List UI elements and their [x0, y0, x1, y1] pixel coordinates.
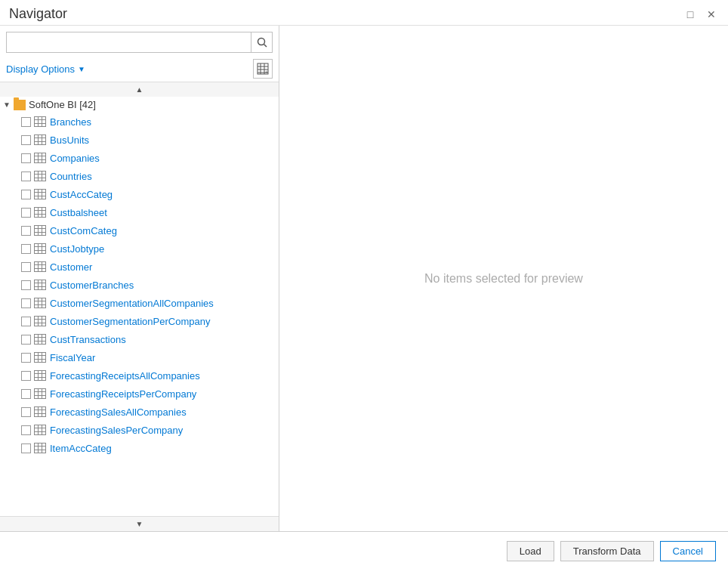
tree-root-item[interactable]: ▼ SoftOne BI [42]	[0, 97, 279, 113]
table-icon	[34, 388, 46, 399]
tree-item[interactable]: ForecastingReceiptsPerCompany	[0, 385, 279, 403]
tree-item-label: CustomerSegmentationPerCompany	[50, 316, 210, 327]
dialog-title: Navigator	[9, 6, 67, 22]
load-button[interactable]: Load	[507, 541, 554, 561]
item-checkbox-forecastsalesallco[interactable]	[21, 407, 31, 417]
table-icon	[34, 207, 46, 218]
table-icon	[34, 171, 46, 181]
table-icon	[34, 370, 46, 381]
svg-text:+: +	[265, 70, 268, 75]
transform-data-button[interactable]: Transform Data	[560, 541, 654, 561]
item-checkbox-busunits[interactable]	[21, 135, 31, 145]
table-icon	[34, 334, 46, 345]
tree-item-label: CustTransactions	[50, 334, 126, 345]
tree-container[interactable]: ▼ SoftOne BI [42] Branches	[0, 97, 279, 516]
main-layout: Display Options ▼ + ▲ ▼	[0, 26, 728, 531]
maximize-button[interactable]: □	[683, 7, 698, 22]
collapse-arrow-icon: ▼	[3, 100, 14, 109]
tree-root-label: SoftOne BI [42]	[29, 99, 96, 110]
item-checkbox-customer[interactable]	[21, 262, 31, 272]
tree-item[interactable]: ForecastingReceiptsAllCompanies	[0, 366, 279, 385]
close-button[interactable]: ✕	[704, 7, 719, 22]
item-checkbox-custsegperco[interactable]	[21, 317, 31, 326]
svg-point-0	[258, 39, 264, 45]
tree-item[interactable]: CustJobtype	[0, 240, 279, 258]
search-bar	[6, 32, 273, 53]
table-icon	[34, 261, 46, 272]
tree-item-label: ForecastingSalesAllCompanies	[50, 406, 187, 418]
tree-item[interactable]: CustAccCateg	[0, 185, 279, 203]
tree-item[interactable]: Custbalsheet	[0, 203, 279, 221]
item-checkbox-fiscalyear[interactable]	[21, 353, 31, 363]
tree-item-label: ForecastingReceiptsPerCompany	[50, 388, 196, 400]
display-options-bar: Display Options ▼ +	[0, 56, 279, 82]
item-checkbox-custcomcateg[interactable]	[21, 226, 31, 236]
search-input[interactable]	[7, 34, 251, 51]
table-icon	[34, 134, 46, 145]
scroll-down-button[interactable]: ▼	[0, 516, 279, 531]
tree-item[interactable]: CustComCateg	[0, 221, 279, 240]
table-icon	[34, 425, 46, 435]
table-icon	[34, 153, 46, 163]
item-checkbox-branches[interactable]	[21, 117, 31, 127]
tree-item-label: Branches	[50, 116, 91, 128]
item-checkbox-custacccateg[interactable]	[21, 190, 31, 199]
display-options-button[interactable]: Display Options ▼	[6, 63, 85, 75]
item-checkbox-countries[interactable]	[21, 172, 31, 181]
tree-item[interactable]: Customer	[0, 258, 279, 276]
table-view-toggle[interactable]: +	[253, 59, 273, 79]
item-checkbox-forecastrcpperco[interactable]	[21, 389, 31, 399]
tree-item[interactable]: CustomerSegmentationAllCompanies	[0, 294, 279, 312]
item-checkbox-custtransactions[interactable]	[21, 335, 31, 345]
tree-item[interactable]: Branches	[0, 113, 279, 131]
bottom-bar: Load Transform Data Cancel	[0, 531, 728, 570]
empty-preview-message: No items selected for preview	[424, 272, 583, 286]
tree-item[interactable]: CustomerBranches	[0, 276, 279, 294]
item-checkbox-custbalsheet[interactable]	[21, 208, 31, 218]
tree-item-label: Companies	[50, 153, 100, 164]
tree-item-label: ItemAccCateg	[50, 443, 112, 454]
item-checkbox-forecastsalesperco[interactable]	[21, 425, 31, 435]
table-icon	[34, 316, 46, 326]
tree-item[interactable]: ForecastingSalesPerCompany	[0, 421, 279, 439]
tree-item[interactable]: ItemAccCateg	[0, 439, 279, 457]
item-checkbox-customerbranches[interactable]	[21, 280, 31, 290]
tree-item-label: CustJobtype	[50, 243, 104, 255]
left-panel: Display Options ▼ + ▲ ▼	[0, 26, 279, 531]
item-checkbox-forecastrcpallco[interactable]	[21, 371, 31, 381]
preview-panel: No items selected for preview	[279, 26, 728, 531]
tree-item[interactable]: Companies	[0, 149, 279, 167]
tree-item-label: CustComCateg	[50, 225, 117, 236]
tree-item[interactable]: ForecastingSalesAllCompanies	[0, 403, 279, 421]
tree-item[interactable]: FiscalYear	[0, 348, 279, 366]
cancel-button[interactable]: Cancel	[660, 541, 716, 561]
table-icon	[34, 225, 46, 236]
table-icon	[34, 116, 46, 127]
tree-item-label: CustomerBranches	[50, 280, 134, 291]
search-button[interactable]	[251, 32, 272, 52]
folder-icon	[14, 100, 26, 110]
table-icon	[34, 443, 46, 453]
tree-item[interactable]: Countries	[0, 167, 279, 185]
table-icon	[34, 352, 46, 363]
preview-icon: +	[257, 63, 269, 75]
table-icon	[34, 189, 46, 199]
title-bar-controls: □ ✕	[683, 7, 719, 22]
table-icon	[34, 298, 46, 308]
dropdown-arrow-icon: ▼	[78, 65, 85, 73]
item-checkbox-custjobtype[interactable]	[21, 244, 31, 254]
search-icon	[257, 37, 267, 48]
item-checkbox-companies[interactable]	[21, 153, 31, 163]
tree-item-label: Countries	[50, 171, 92, 182]
item-checkbox-itemacccateg[interactable]	[21, 443, 31, 453]
item-checkbox-custsegallco[interactable]	[21, 298, 31, 308]
tree-item[interactable]: CustTransactions	[0, 330, 279, 348]
scroll-up-button[interactable]: ▲	[0, 82, 279, 97]
tree-item-label: BusUnits	[50, 134, 89, 146]
tree-item-label: ForecastingReceiptsAllCompanies	[50, 370, 200, 382]
tree-item-label: Customer	[50, 261, 92, 273]
tree-item-label: Custbalsheet	[50, 207, 107, 218]
table-icon	[34, 406, 46, 417]
tree-item[interactable]: BusUnits	[0, 131, 279, 149]
tree-item[interactable]: CustomerSegmentationPerCompany	[0, 312, 279, 330]
